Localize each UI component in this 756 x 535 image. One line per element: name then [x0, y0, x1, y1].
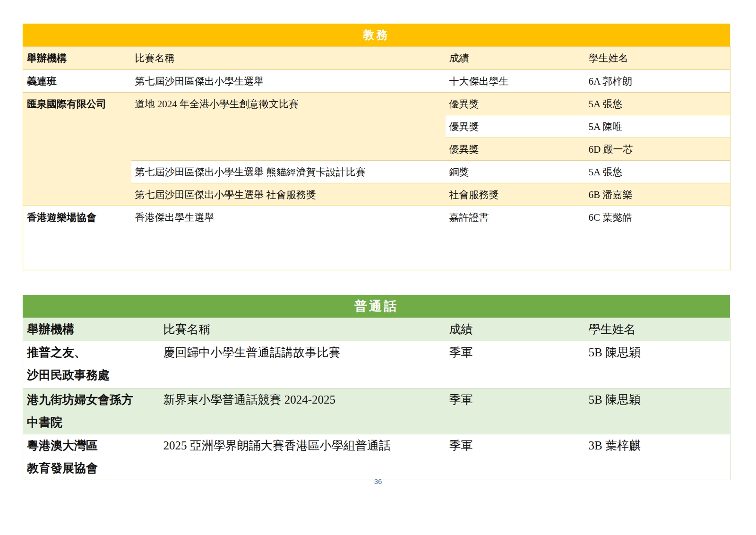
- cell-result: 優異獎: [446, 115, 585, 138]
- cell-result: 嘉許證書: [446, 206, 585, 270]
- cell-student: 5B 陳思穎: [585, 341, 730, 388]
- cell-student: 5A 陳唯: [585, 115, 730, 138]
- academic-awards-table: 教務 舉辦機構 比賽名稱 成績 學生姓名 義連班 第七屆沙田區傑出小學生選舉 十…: [23, 24, 730, 270]
- column-header-result: 成績: [446, 47, 585, 70]
- academic-table-title: 教務: [23, 24, 730, 46]
- organizer-line-1: 粵港澳大灣區: [27, 434, 155, 457]
- cell-competition: 道地 2024 年全港小學生創意徵文比賽: [131, 93, 446, 161]
- table-row: 義連班 第七屆沙田區傑出小學生選舉 十大傑出學生 6A 郭梓朗: [23, 70, 730, 93]
- cell-student: 6B 潘嘉樂: [585, 183, 730, 206]
- cell-competition: 新界東小學普通話競賽 2024-2025: [160, 388, 446, 434]
- cell-result: 優異獎: [446, 93, 585, 115]
- cell-student: 3B 葉梓麒: [585, 434, 730, 480]
- column-header-competition: 比賽名稱: [131, 47, 446, 70]
- table-row: 港九街坊婦女會孫方 中書院 新界東小學普通話競賽 2024-2025 季軍 5B…: [23, 388, 730, 434]
- organizer-line-2: 沙田民政事務處: [27, 364, 155, 387]
- table-row: 粵港澳大灣區 教育發展協會 2025 亞洲學界朗誦大賽香港區小學組普通話 季軍 …: [23, 434, 730, 480]
- organizer-line-2: 中書院: [27, 411, 155, 434]
- cell-organizer: 義連班: [23, 70, 131, 93]
- table-row: 香港遊樂場協會 香港傑出學生選舉 嘉許證書 6C 葉懿皓: [23, 206, 730, 270]
- cell-competition: 慶回歸中小學生普通話講故事比賽: [160, 341, 446, 388]
- cell-result: 季軍: [446, 341, 585, 388]
- cell-competition: 第七屆沙田區傑出小學生選舉 社會服務獎: [131, 183, 446, 206]
- cell-organizer: 推普之友、 沙田民政事務處: [23, 341, 160, 388]
- column-header-student: 學生姓名: [585, 318, 730, 341]
- cell-student: 5A 張悠: [585, 161, 730, 183]
- document-page: 教務 舉辦機構 比賽名稱 成績 學生姓名 義連班 第七屆沙田區傑出小學生選舉 十…: [0, 0, 756, 535]
- cell-organizer: 香港遊樂場協會: [23, 206, 131, 270]
- table-row: 推普之友、 沙田民政事務處 慶回歸中小學生普通話講故事比賽 季軍 5B 陳思穎: [23, 341, 730, 388]
- putonghua-awards-table: 普通話 舉辦機構 比賽名稱 成績 學生姓名 推普之友、 沙田民政事務處 慶回歸中…: [23, 295, 730, 480]
- column-header-competition: 比賽名稱: [160, 318, 446, 341]
- cell-result: 銅獎: [446, 161, 585, 183]
- cell-student: 5A 張悠: [585, 93, 730, 115]
- column-header-student: 學生姓名: [585, 47, 730, 70]
- cell-result: 優異獎: [446, 138, 585, 161]
- page-number: 36: [0, 477, 756, 485]
- academic-table-grid: 舉辦機構 比賽名稱 成績 學生姓名 義連班 第七屆沙田區傑出小學生選舉 十大傑出…: [23, 46, 730, 270]
- cell-competition: 第七屆沙田區傑出小學生選舉: [131, 70, 446, 93]
- cell-competition: 第七屆沙田區傑出小學生選舉 熊貓經濟賀卡設計比賽: [131, 161, 446, 183]
- cell-organizer: 港九街坊婦女會孫方 中書院: [23, 388, 160, 434]
- cell-student: 6A 郭梓朗: [585, 70, 730, 93]
- putonghua-header-row: 舉辦機構 比賽名稱 成績 學生姓名: [23, 318, 730, 341]
- column-header-result: 成績: [446, 318, 585, 341]
- cell-student: 6D 嚴一芯: [585, 138, 730, 161]
- cell-organizer: 匯泉國際有限公司: [23, 93, 131, 206]
- organizer-line-1: 港九街坊婦女會孫方: [27, 388, 155, 411]
- cell-organizer: 粵港澳大灣區 教育發展協會: [23, 434, 160, 480]
- academic-header-row: 舉辦機構 比賽名稱 成績 學生姓名: [23, 47, 730, 70]
- cell-student: 5B 陳思穎: [585, 388, 730, 434]
- organizer-line-2: 教育發展協會: [27, 457, 155, 480]
- cell-student: 6C 葉懿皓: [585, 206, 730, 270]
- cell-result: 社會服務獎: [446, 183, 585, 206]
- cell-competition: 香港傑出學生選舉: [131, 206, 446, 270]
- cell-result: 季軍: [446, 388, 585, 434]
- cell-result: 十大傑出學生: [446, 70, 585, 93]
- organizer-line-1: 推普之友、: [27, 341, 155, 364]
- cell-competition: 2025 亞洲學界朗誦大賽香港區小學組普通話: [160, 434, 446, 480]
- cell-result: 季軍: [446, 434, 585, 480]
- table-row: 匯泉國際有限公司 道地 2024 年全港小學生創意徵文比賽 優異獎 5A 張悠: [23, 93, 730, 115]
- column-header-organizer: 舉辦機構: [23, 318, 160, 341]
- putonghua-table-grid: 舉辦機構 比賽名稱 成績 學生姓名 推普之友、 沙田民政事務處 慶回歸中小學生普…: [23, 318, 730, 480]
- putonghua-table-title: 普通話: [23, 295, 730, 318]
- column-header-organizer: 舉辦機構: [23, 47, 131, 70]
